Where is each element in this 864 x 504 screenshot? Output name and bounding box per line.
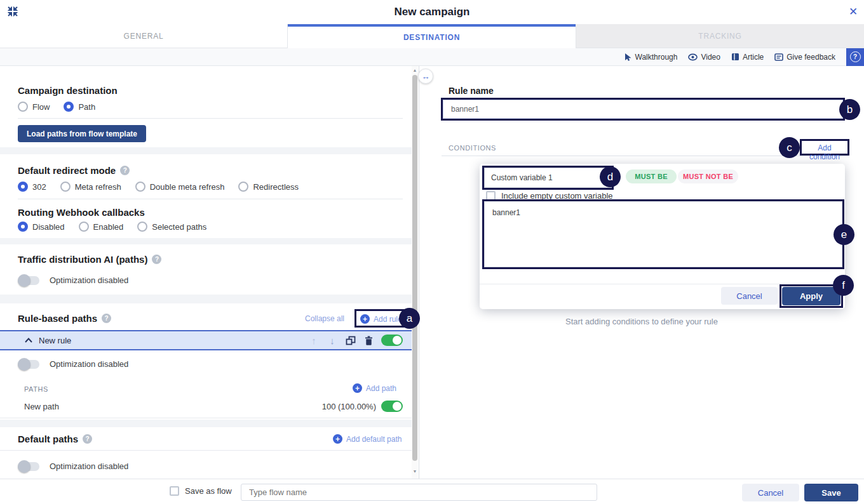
- load-paths-button[interactable]: Load paths from flow template: [18, 125, 146, 142]
- add-path-button[interactable]: + Add path: [353, 383, 396, 393]
- custom-variable-input[interactable]: [484, 168, 612, 188]
- footer-cancel-button[interactable]: Cancel: [742, 484, 799, 501]
- annotation-box-b: [441, 98, 845, 121]
- move-rule-down-icon[interactable]: ↓: [325, 335, 340, 346]
- radio-dot: [18, 102, 28, 112]
- close-icon[interactable]: ✕: [849, 5, 858, 18]
- rule-name-label: Rule name: [449, 86, 494, 96]
- scroll-down-icon[interactable]: ▼: [412, 468, 418, 475]
- help-icon[interactable]: ?: [152, 255, 161, 264]
- toggle-label: Optimization disabled: [50, 275, 128, 285]
- toggle-label: Optimization disabled: [50, 461, 128, 471]
- conditions-label: CONDITIONS: [449, 144, 496, 152]
- video-link[interactable]: Video: [688, 53, 720, 62]
- tab-general[interactable]: GENERAL: [0, 24, 288, 48]
- routing-webhook-heading: Routing Webhook callbacks: [18, 207, 145, 218]
- campaign-destination-heading: Campaign destination: [18, 85, 118, 96]
- plus-icon: +: [333, 434, 342, 444]
- path-enabled-toggle[interactable]: [381, 401, 403, 412]
- save-as-flow-label: Save as flow: [185, 486, 232, 496]
- eye-icon: [688, 53, 698, 61]
- paths-label: PATHS: [24, 385, 48, 393]
- must-not-be-button[interactable]: MUST NOT BE: [678, 169, 738, 183]
- help-icon[interactable]: ?: [120, 166, 130, 175]
- traffic-ai-optimization-toggle[interactable]: [18, 276, 39, 285]
- radio-meta-refresh[interactable]: Meta refresh: [60, 182, 121, 192]
- default-paths-heading: Default paths ?: [18, 434, 92, 444]
- article-icon: [731, 53, 739, 61]
- traffic-ai-heading: Traffic distribution AI (paths) ?: [18, 254, 161, 265]
- annotation-d: d: [600, 166, 621, 187]
- rule-name-input[interactable]: [443, 100, 843, 119]
- annotation-box-c: Add condition: [800, 139, 849, 156]
- article-link[interactable]: Article: [731, 53, 764, 62]
- redirect-mode-heading: Default redirect mode ?: [18, 165, 130, 176]
- rule-optimization-toggle[interactable]: [18, 360, 39, 369]
- radio-enabled[interactable]: Enabled: [79, 222, 124, 232]
- add-condition-link[interactable]: Add condition: [802, 143, 847, 161]
- annotation-a: a: [399, 308, 420, 329]
- tab-tracking: TRACKING: [576, 24, 864, 48]
- dialog-title: New campaign: [0, 6, 864, 18]
- popup-cancel-button[interactable]: Cancel: [721, 287, 778, 305]
- help-icon[interactable]: ?: [83, 434, 92, 444]
- path-weight-text: 100 (100.00%): [322, 402, 376, 411]
- rule-row-new-rule[interactable]: New rule ↑ ↓: [0, 330, 412, 350]
- annotation-f: f: [833, 275, 854, 296]
- annotation-e: e: [834, 224, 854, 245]
- cursor-icon: [624, 53, 632, 62]
- collapse-all-link[interactable]: Collapse all: [305, 314, 344, 323]
- help-strip: Walkthrough Video Article Give feedback: [0, 48, 864, 66]
- delete-rule-icon[interactable]: [361, 336, 376, 345]
- rule-name-text: New rule: [39, 336, 71, 345]
- feedback-icon: [774, 53, 783, 61]
- footer-bar: Save as flow Cancel Save: [0, 479, 864, 504]
- annotation-b: b: [839, 99, 860, 120]
- toggle-label: Optimization disabled: [50, 359, 128, 369]
- annotation-box-e: banner1: [482, 199, 844, 269]
- scroll-up-icon[interactable]: ▲: [412, 67, 418, 74]
- save-as-flow-checkbox[interactable]: [170, 486, 179, 496]
- rule-enabled-toggle[interactable]: [381, 335, 403, 346]
- radio-flow[interactable]: Flow: [18, 102, 50, 112]
- give-feedback-link[interactable]: Give feedback: [774, 53, 835, 62]
- radio-redirectless[interactable]: Redirectless: [238, 182, 299, 192]
- path-name-text[interactable]: New path: [24, 402, 59, 411]
- question-icon: ?: [850, 51, 861, 62]
- help-icon[interactable]: ?: [102, 314, 111, 323]
- help-button[interactable]: ?: [846, 48, 864, 66]
- radio-dot-selected: [64, 102, 74, 112]
- must-be-button[interactable]: MUST BE: [626, 169, 677, 183]
- radio-selected-paths[interactable]: Selected paths: [137, 222, 206, 232]
- footer-save-button[interactable]: Save: [804, 484, 858, 501]
- new-campaign-dialog: New campaign ✕ GENERAL DESTINATION TRACK…: [0, 0, 864, 504]
- panel-divider: [419, 66, 419, 479]
- add-rule-button[interactable]: + Add rule: [360, 314, 402, 324]
- popup-apply-button[interactable]: Apply: [782, 287, 840, 305]
- condition-value-textarea[interactable]: banner1: [484, 201, 842, 267]
- move-rule-up-icon[interactable]: ↑: [306, 335, 321, 346]
- panel-resize-handle[interactable]: ↔: [418, 69, 433, 84]
- scrollbar-thumb[interactable]: [412, 75, 417, 461]
- rule-based-paths-heading: Rule-based paths ?: [18, 313, 111, 324]
- plus-icon: +: [353, 383, 362, 393]
- default-paths-optimization-toggle[interactable]: [18, 462, 39, 471]
- plus-icon: +: [360, 314, 370, 324]
- conditions-empty-hint: Start adding conditions to define your r…: [419, 317, 864, 326]
- annotation-c: c: [779, 137, 800, 158]
- chevron-up-icon[interactable]: [24, 337, 33, 343]
- duplicate-rule-icon[interactable]: [343, 335, 358, 345]
- flow-name-input[interactable]: [241, 484, 597, 501]
- radio-double-meta-refresh[interactable]: Double meta refresh: [135, 182, 225, 192]
- add-default-path-button[interactable]: + Add default path: [333, 434, 402, 444]
- radio-302[interactable]: 302: [18, 182, 46, 192]
- annotation-box-d: [482, 166, 614, 190]
- radio-path[interactable]: Path: [64, 102, 95, 112]
- radio-disabled[interactable]: Disabled: [18, 222, 65, 232]
- walkthrough-link[interactable]: Walkthrough: [624, 53, 678, 62]
- tab-destination[interactable]: DESTINATION: [288, 24, 576, 48]
